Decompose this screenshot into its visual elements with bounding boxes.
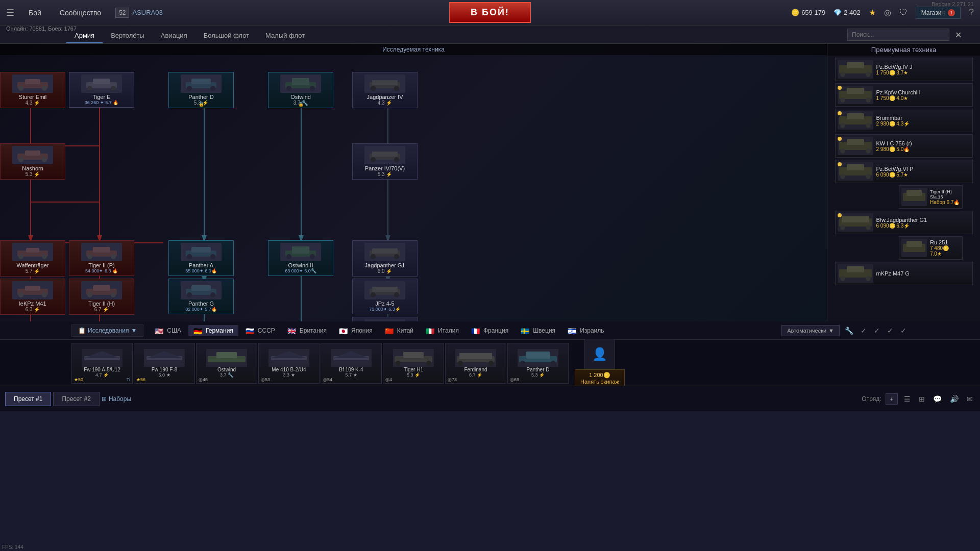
vcard-tiger2p[interactable]: Tiger II (P) 54 000✦ 6.3 🔥 xyxy=(69,240,134,276)
wrench-icon[interactable]: 🔧 xyxy=(843,325,855,336)
sets-button[interactable]: ⊞ Наборы xyxy=(102,395,131,403)
svg-rect-59 xyxy=(26,248,39,253)
recruit-button[interactable]: 1 200🪙 Нанять экипаж xyxy=(575,369,625,387)
svg-rect-79 xyxy=(25,286,40,291)
auto-select[interactable]: Автоматически ▼ xyxy=(781,325,840,336)
pcard-mkpz[interactable]: mKPz M47 G xyxy=(835,262,973,285)
vcard-waffentrager[interactable]: Waffenträger 5.7 ⚡ xyxy=(0,240,65,277)
tab-helicopters[interactable]: Вертолёты xyxy=(103,29,153,43)
mail-icon[interactable]: ✉ xyxy=(965,394,975,404)
preset2-button[interactable]: Пресет #2 xyxy=(53,392,99,406)
nation-italy[interactable]: 🇮🇹 Италия xyxy=(421,325,464,336)
nation-japan[interactable]: 🇯🇵 Япония xyxy=(334,325,378,336)
bottom-veh-5[interactable]: Tiger H1 5.3 ⚡ ◎4 xyxy=(383,343,444,384)
nation-china[interactable]: 🇨🇳 Китай xyxy=(380,325,419,336)
panther-a-img xyxy=(181,243,222,261)
vcard-ostwind2[interactable]: Ostwind II 63 000✦ 5.0🔧 xyxy=(268,240,333,276)
nation-france[interactable]: 🇫🇷 Франция xyxy=(466,325,513,336)
vcard-ferdinand[interactable]: Ferdinand 6.7 ⚡ 🔒 xyxy=(352,317,418,321)
chat-icon[interactable]: 💬 xyxy=(931,394,944,404)
nation-britain[interactable]: 🇬🇧 Британия xyxy=(282,325,332,336)
menu-icon[interactable]: ☰ xyxy=(6,7,14,18)
vcard-panther-g[interactable]: Panther G 82 000✦ 5.7🔥 xyxy=(168,279,234,314)
bottom-veh-4[interactable]: Bf 109 K-4 5.7 ★ ◎54 xyxy=(321,343,382,384)
ferdinand-img xyxy=(364,319,405,321)
nav-community[interactable]: Сообщество xyxy=(56,7,105,19)
squad-add-button[interactable]: + xyxy=(886,393,898,405)
plus-icon: + xyxy=(890,396,893,402)
bottom-veh-1[interactable]: Fw 190 F-8 5.0 ★ ★56 xyxy=(134,343,195,384)
bv2-count: ◎46 xyxy=(199,377,208,382)
vcard-jagdpanther-g1[interactable]: Jagdpanther G1 6.0 ⚡ xyxy=(352,240,418,277)
pcard-tiger2sla[interactable]: Tiger II (H) Sla.16 Набор 6.7🔥 xyxy=(899,185,963,209)
bottom-veh-0[interactable]: Fw 190 A-5/U12 4.7 ⚡ ★50 Ti xyxy=(71,343,133,384)
pcard-pzbet6[interactable]: Pz.BetWg.VI P 6 090🪙 5.7★ xyxy=(835,160,973,183)
shop-button[interactable]: Магазин 1 xyxy=(916,7,961,19)
nav-fight[interactable]: Бой xyxy=(24,7,45,19)
tiger2h-img xyxy=(81,281,122,299)
svg-point-128 xyxy=(840,276,845,281)
svg-marker-137 xyxy=(271,351,307,358)
check1-icon[interactable]: ✓ xyxy=(859,325,869,336)
bfw-img xyxy=(838,213,873,232)
vcard-lekpz[interactable]: leKPz M41 6.3 ⚡ xyxy=(0,279,65,315)
pzbetv-info: Pz.BetWg.IV J 1 750🪙 3.7★ xyxy=(876,64,970,76)
check2-icon[interactable]: ✓ xyxy=(872,325,882,336)
svg-point-56 xyxy=(371,157,376,162)
japan-label: Япония xyxy=(351,327,373,334)
vcard-panzer-iv70[interactable]: Panzer IV/70(V) 5.3 ⚡ xyxy=(352,143,418,180)
recruit-section: 👤 1 200🪙 Нанять экипаж xyxy=(575,339,625,387)
pcard-ru251[interactable]: Ru 251 7 480🪙 7.0★ xyxy=(899,236,963,260)
nation-sweden[interactable]: 🇸🇪 Швеция xyxy=(516,325,560,336)
nation-israel[interactable]: 🇮🇱 Израиль xyxy=(562,325,609,336)
china-flag: 🇨🇳 xyxy=(385,327,395,334)
svg-point-80 xyxy=(18,292,23,297)
svg-point-72 xyxy=(286,254,291,259)
bottom-veh-7[interactable]: Panther D 5.3 ⚡ ◎69 xyxy=(507,343,569,384)
vcard-panther-a[interactable]: Panther A 65 000✦ 6.0🔥 xyxy=(168,240,234,276)
nation-usa[interactable]: 🇺🇸 США xyxy=(150,325,186,336)
tab-small-fleet[interactable]: Малый флот xyxy=(257,29,313,43)
svg-point-113 xyxy=(866,148,871,154)
battle-button[interactable]: В бой! xyxy=(449,2,531,23)
pcard-kw1[interactable]: KW I C 756 (r) 2 980🪙 5.0🔥 xyxy=(835,134,973,158)
vcard-sturer-emil[interactable]: Sturer Emil 4.3 ⚡ xyxy=(0,72,65,108)
vcard-panther-d[interactable]: Panther D 5.3 ⚡ 🔒 xyxy=(168,72,234,108)
check4-icon[interactable]: ✓ xyxy=(898,325,909,336)
pcard-churchill[interactable]: Pz.Kpfw.Churchill 1 750🪙 4.0★ xyxy=(835,83,973,107)
vcard-ostwind[interactable]: Ostwind 3.7 🔧 🔒 xyxy=(268,72,333,108)
pcard-pzbetv[interactable]: Pz.BetWg.IV J 1 750🪙 3.7★ xyxy=(835,58,973,81)
nation-ussr[interactable]: 🇷🇺 СССР xyxy=(240,325,280,336)
sweden-label: Швеция xyxy=(533,327,555,334)
voice-icon[interactable]: 🔊 xyxy=(948,394,961,404)
bottom-veh-3[interactable]: Me 410 B-2/U4 3.3 ★ ◎53 xyxy=(258,343,320,384)
help-icon[interactable]: ? xyxy=(969,7,974,18)
japan-flag: 🇯🇵 xyxy=(339,327,349,334)
search-input[interactable] xyxy=(847,29,949,41)
preset1-button[interactable]: Пресет #1 xyxy=(5,392,51,406)
svg-point-129 xyxy=(866,276,871,281)
pcard-brummbar[interactable]: Brummbär 2 980🪙 4.3⚡ xyxy=(835,109,973,132)
vcard-tiger2h[interactable]: Tiger II (H) 6.7 ⚡ xyxy=(69,279,134,315)
ostwind-lock: 🔒 xyxy=(298,102,304,107)
grid-icon[interactable]: ⊞ xyxy=(917,394,927,404)
pcard-bfw-jagd[interactable]: Bfw.Jagdpanther G1 6 090🪙 6.3⚡ xyxy=(835,211,973,234)
vcard-tiger-e[interactable]: Tiger E 36 260 ✦ 5.7 🔥 xyxy=(69,72,134,108)
vcard-jpz45[interactable]: JPz 4-5 71 000✦ 6.3⚡ xyxy=(352,279,418,314)
bottom-veh-2[interactable]: Ostwind 3.7 🔧 ◎46 xyxy=(196,343,257,384)
svg-rect-145 xyxy=(459,353,492,359)
shop-badge: 1 xyxy=(948,9,955,16)
nation-germany[interactable]: 🇩🇪 Германия xyxy=(188,325,238,336)
squad-section: Отряд: + ☰ ⊞ 💬 🔊 ✉ xyxy=(862,393,975,405)
research-tab[interactable]: 📋 Исследования ▼ xyxy=(71,324,143,337)
svg-point-150 xyxy=(520,361,525,366)
vcard-jagdpanzer-iv[interactable]: Jagdpanzer IV 4.3 ⚡ xyxy=(352,72,418,108)
list-icon[interactable]: ☰ xyxy=(902,394,913,404)
tab-big-fleet[interactable]: Большой флот xyxy=(195,29,257,43)
tiger-e-img xyxy=(81,74,122,93)
check3-icon[interactable]: ✓ xyxy=(885,325,895,336)
bottom-veh-6[interactable]: Ferdinand 6.7 ⚡ ◎73 xyxy=(445,343,506,384)
close-search-icon[interactable]: ✕ xyxy=(955,30,962,39)
vcard-nashorn[interactable]: Nashorn 5.3 ⚡ xyxy=(0,143,65,180)
tab-aviation[interactable]: Авиация xyxy=(153,29,195,43)
